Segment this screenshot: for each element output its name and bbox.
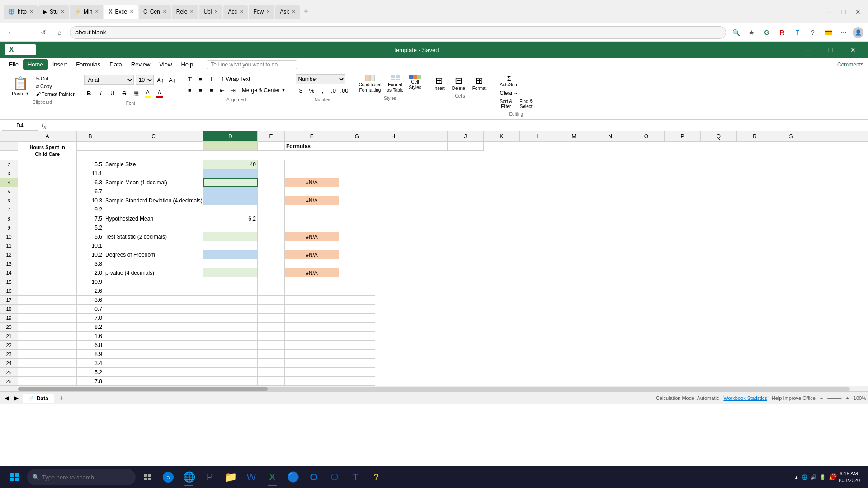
cell-e8[interactable] <box>258 214 285 223</box>
favorites-icon[interactable]: ★ <box>745 26 758 39</box>
borders-button[interactable]: ▦ <box>131 88 141 98</box>
tray-up-arrow[interactable]: ▲ <box>794 474 799 480</box>
cell-g11[interactable] <box>339 241 375 250</box>
more-icon[interactable]: ⋯ <box>837 26 850 39</box>
cell-b23[interactable]: 8.9 <box>77 350 104 359</box>
col-header-r[interactable]: R <box>737 131 773 141</box>
cell-c6[interactable]: Sample Standard Deviation (4 decimals) <box>104 196 203 205</box>
col-header-s[interactable]: S <box>773 131 809 141</box>
cell-g3[interactable] <box>339 169 375 178</box>
cell-b10[interactable]: 5.6 <box>77 232 104 241</box>
cortana-button[interactable]: ○ <box>158 467 178 487</box>
cell-g15[interactable] <box>339 277 375 286</box>
cell-f10[interactable]: #N/A <box>285 232 339 241</box>
row-header-21[interactable]: 21 <box>0 332 18 341</box>
cell-b24[interactable]: 3.4 <box>77 359 104 368</box>
cell-g14[interactable] <box>339 268 375 277</box>
cell-c7[interactable] <box>104 205 203 214</box>
cell-c12[interactable]: Degrees of Freedom <box>104 250 203 259</box>
row-header-9[interactable]: 9 <box>0 223 18 232</box>
cell-a4[interactable] <box>18 178 77 187</box>
minimize-button[interactable]: ─ <box>823 5 835 18</box>
row-header-25[interactable]: 25 <box>0 368 18 377</box>
reload-button[interactable]: ↺ <box>37 26 50 39</box>
format-button[interactable]: ⊞ Format <box>470 74 490 92</box>
cell-a2[interactable] <box>18 160 77 169</box>
row-header-20[interactable]: 20 <box>0 323 18 332</box>
cell-f13[interactable] <box>285 259 339 268</box>
cell-c8[interactable]: Hypothesized Mean <box>104 214 203 223</box>
row-header-14[interactable]: 14 <box>0 268 18 277</box>
row-header-13[interactable]: 13 <box>0 259 18 268</box>
tab-10[interactable]: Ask✕ <box>275 5 300 19</box>
cell-d5[interactable] <box>203 187 258 196</box>
cell-b20[interactable]: 8.2 <box>77 323 104 332</box>
cell-g9[interactable] <box>339 223 375 232</box>
col-header-q[interactable]: Q <box>701 131 737 141</box>
cell-a8[interactable] <box>18 214 77 223</box>
cell-c18[interactable] <box>104 305 203 314</box>
row-header-17[interactable]: 17 <box>0 296 18 305</box>
tab-6[interactable]: Rele✕ <box>172 5 198 19</box>
cell-a3[interactable] <box>18 169 77 178</box>
strikethrough-button[interactable]: S <box>119 88 129 98</box>
cell-d23[interactable] <box>203 350 258 359</box>
cell-b13[interactable]: 3.8 <box>77 259 104 268</box>
cell-g8[interactable] <box>339 214 375 223</box>
cell-f22[interactable] <box>285 341 339 350</box>
cell-a13[interactable] <box>18 259 77 268</box>
cell-b5[interactable]: 6.7 <box>77 187 104 196</box>
currency-button[interactable]: $ <box>296 85 306 95</box>
cell-e25[interactable] <box>258 368 285 377</box>
cell-g25[interactable] <box>339 368 375 377</box>
cell-b21[interactable]: 1.6 <box>77 332 104 341</box>
cell-d18[interactable] <box>203 305 258 314</box>
row-header-7[interactable]: 7 <box>0 205 18 214</box>
cell-a11[interactable] <box>18 241 77 250</box>
cell-f21[interactable] <box>285 332 339 341</box>
cell-d15[interactable] <box>203 277 258 286</box>
cell-d24[interactable] <box>203 359 258 368</box>
col-header-i[interactable]: I <box>411 131 448 141</box>
tray-clock[interactable]: 6:15 AM 10/3/2020 <box>838 470 860 484</box>
paste-button[interactable]: 📋 Paste▼ <box>8 74 33 98</box>
copy-button[interactable]: ⧉ Copy <box>34 83 76 90</box>
underline-button[interactable]: U <box>108 88 118 98</box>
cell-g13[interactable] <box>339 259 375 268</box>
cell-e23[interactable] <box>258 350 285 359</box>
cell-g23[interactable] <box>339 350 375 359</box>
comma-button[interactable]: , <box>317 85 327 95</box>
cell-f7[interactable] <box>285 205 339 214</box>
cell-e7[interactable] <box>258 205 285 214</box>
cell-f11[interactable] <box>285 241 339 250</box>
cell-d26[interactable] <box>203 377 258 386</box>
tab-7[interactable]: Upl✕ <box>199 5 222 19</box>
minus-zoom[interactable]: − <box>820 395 823 401</box>
decrease-font-button[interactable]: A↓ <box>167 75 177 85</box>
cell-a21[interactable] <box>18 332 77 341</box>
cell-g26[interactable] <box>339 377 375 386</box>
notification-icon[interactable]: 🔔23 <box>829 474 835 480</box>
cell-a22[interactable] <box>18 341 77 350</box>
cell-b9[interactable]: 5.2 <box>77 223 104 232</box>
cell-e21[interactable] <box>258 332 285 341</box>
minimize-excel-button[interactable]: ─ <box>797 42 818 58</box>
cell-c5[interactable] <box>104 187 203 196</box>
row-header-23[interactable]: 23 <box>0 350 18 359</box>
tab-9[interactable]: Fow✕ <box>249 5 274 19</box>
cell-e13[interactable] <box>258 259 285 268</box>
row-header-16[interactable]: 16 <box>0 286 18 296</box>
powerpoint-button[interactable]: P <box>200 467 220 487</box>
cell-d20[interactable] <box>203 323 258 332</box>
cell-d16[interactable] <box>203 286 258 296</box>
cell-b11[interactable]: 10.1 <box>77 241 104 250</box>
row-header-11[interactable]: 11 <box>0 241 18 250</box>
cell-c15[interactable] <box>104 277 203 286</box>
row-header-18[interactable]: 18 <box>0 305 18 314</box>
row-header-6[interactable]: 6 <box>0 196 18 205</box>
font-name-select[interactable]: Arial <box>84 75 134 85</box>
cell-c26[interactable] <box>104 377 203 386</box>
cell-d13[interactable] <box>203 259 258 268</box>
cell-d17[interactable] <box>203 296 258 305</box>
fill-color-button[interactable]: A <box>143 88 153 98</box>
